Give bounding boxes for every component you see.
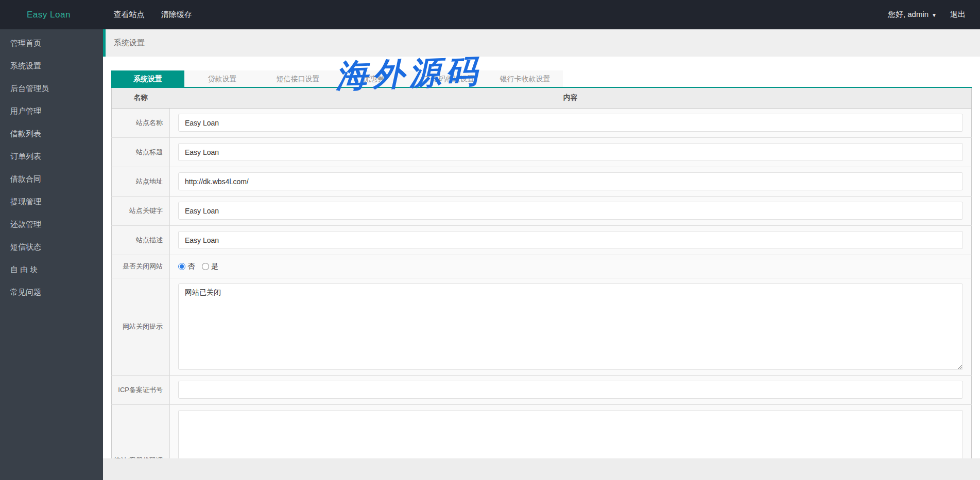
- close-site-radio-group: 否 是: [178, 262, 963, 271]
- column-header-name: 名称: [112, 88, 170, 108]
- row-label: ICP备案证书号: [112, 375, 170, 404]
- table-row-site-closed-message: 网站关闭提示 网站已关闭: [112, 278, 972, 375]
- table-row-icp-number: ICP备案证书号: [112, 375, 972, 404]
- tab-qrcode-payment-settings[interactable]: 二维码收款设置: [411, 70, 487, 87]
- chevron-down-icon: ▼: [932, 12, 937, 18]
- radio-option-no[interactable]: 否: [178, 262, 195, 271]
- row-label: 站点名称: [112, 108, 170, 137]
- navbar-links: 查看站点 清除缓存: [114, 10, 192, 20]
- breadcrumb-bar: 系统设置: [103, 29, 980, 57]
- sidebar-item-loan-contract[interactable]: 借款合同: [0, 168, 103, 190]
- logout-button[interactable]: 退出: [950, 10, 966, 20]
- sidebar-item-sms-status[interactable]: 短信状态: [0, 236, 103, 258]
- close-message-textarea[interactable]: 网站已关闭: [178, 283, 963, 370]
- app-logo: Easy Loan: [27, 10, 71, 20]
- tab-coupons[interactable]: 优惠券: [336, 70, 411, 87]
- table-header-row: 名称 内容: [112, 88, 972, 108]
- radio-option-yes[interactable]: 是: [202, 262, 218, 271]
- user-greeting: 您好, admin: [888, 10, 929, 19]
- row-label: 站点描述: [112, 225, 170, 255]
- radio-no-label: 否: [187, 262, 195, 271]
- tab-bankcard-payment-settings[interactable]: 银行卡收款设置: [487, 70, 563, 87]
- row-label: 是否关闭网站: [112, 255, 170, 278]
- site-name-input[interactable]: [178, 114, 963, 132]
- icp-number-input[interactable]: [178, 381, 963, 399]
- settings-tabs: 系统设置 贷款设置 短信接口设置 优惠券 二维码收款设置 银行卡收款设置: [111, 70, 972, 88]
- radio-no[interactable]: [178, 263, 185, 270]
- navbar-right: 您好, admin▼ 退出: [888, 10, 980, 20]
- top-navbar: Easy Loan 查看站点 清除缓存 您好, admin▼ 退出: [0, 0, 980, 29]
- table-row-site-url: 站点地址: [112, 167, 972, 196]
- tab-loan-settings[interactable]: 贷款设置: [184, 70, 260, 87]
- sidebar-item-free-blocks[interactable]: 自 由 块: [0, 258, 103, 281]
- sidebar-item-users[interactable]: 用户管理: [0, 100, 103, 122]
- navbar-item-view-site[interactable]: 查看站点: [114, 10, 145, 20]
- radio-yes[interactable]: [202, 263, 209, 270]
- tab-sms-api-settings[interactable]: 短信接口设置: [260, 70, 336, 87]
- sidebar: 管理首页 系统设置 后台管理员 用户管理 借款列表 订单列表 借款合同 提现管理…: [0, 29, 103, 480]
- sidebar-item-admins[interactable]: 后台管理员: [0, 77, 103, 100]
- row-label: 网站关闭提示: [112, 278, 170, 375]
- tab-system-settings[interactable]: 系统设置: [111, 70, 184, 87]
- site-keywords-input[interactable]: [178, 202, 963, 220]
- user-menu[interactable]: 您好, admin▼: [888, 10, 937, 20]
- row-label: 站点关键字: [112, 196, 170, 225]
- row-label: 站点标题: [112, 137, 170, 167]
- table-row-site-keywords: 站点关键字: [112, 196, 972, 225]
- sidebar-item-faq[interactable]: 常见问题: [0, 281, 103, 304]
- table-row-site-title: 站点标题: [112, 137, 972, 167]
- radio-yes-label: 是: [211, 262, 218, 271]
- table-row-site-name: 站点名称: [112, 108, 972, 137]
- site-description-input[interactable]: [178, 231, 963, 249]
- site-url-input[interactable]: [178, 172, 963, 190]
- main-content: 系统设置 海外源码 系统设置 贷款设置 短信接口设置 优惠券 二维码收款设置 银…: [103, 29, 980, 480]
- table-row-site-closed-toggle: 是否关闭网站 否 是: [112, 255, 972, 278]
- sidebar-item-order-list[interactable]: 订单列表: [0, 145, 103, 168]
- sidebar-item-withdrawals[interactable]: 提现管理: [0, 190, 103, 213]
- site-title-input[interactable]: [178, 143, 963, 161]
- row-label: 站点地址: [112, 167, 170, 196]
- footer-strip: [103, 458, 980, 480]
- column-header-content: 内容: [170, 88, 972, 108]
- sidebar-item-system-settings[interactable]: 系统设置: [0, 55, 103, 77]
- sidebar-item-home[interactable]: 管理首页: [0, 32, 103, 55]
- table-row-site-description: 站点描述: [112, 225, 972, 255]
- sidebar-item-loan-list[interactable]: 借款列表: [0, 122, 103, 145]
- settings-table: 名称 内容 站点名称 站点标题 站点地址 站点关键字 站点描述: [111, 88, 972, 480]
- navbar-item-clear-cache[interactable]: 清除缓存: [161, 10, 192, 20]
- sidebar-item-repayments[interactable]: 还款管理: [0, 213, 103, 236]
- breadcrumb: 系统设置: [114, 38, 145, 48]
